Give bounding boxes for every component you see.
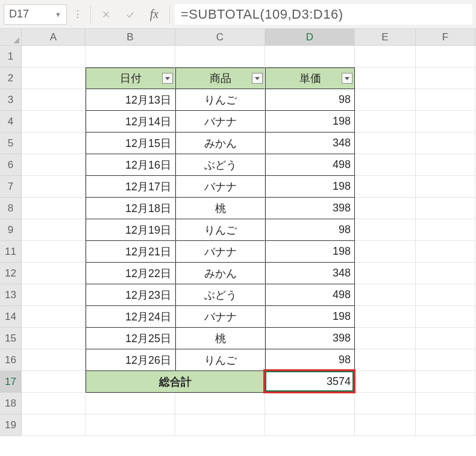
cell[interactable] — [86, 46, 175, 67]
col-header-a[interactable]: A — [22, 29, 86, 45]
row-header[interactable]: 14 — [0, 306, 22, 328]
name-box[interactable]: D17 ▼ — [4, 4, 67, 25]
table-cell-date[interactable]: 12月26日 — [86, 349, 175, 371]
table-cell-date[interactable]: 12月13日 — [86, 89, 175, 111]
cell[interactable] — [355, 241, 416, 263]
cell[interactable] — [416, 328, 475, 349]
cell[interactable] — [355, 393, 416, 414]
row-header[interactable]: 12 — [0, 263, 22, 284]
cell[interactable] — [22, 328, 86, 349]
cell[interactable] — [416, 306, 475, 328]
row-header[interactable]: 16 — [0, 349, 22, 371]
cell[interactable] — [22, 263, 86, 284]
cell[interactable] — [22, 89, 86, 111]
table-header-product[interactable]: 商品 — [175, 67, 265, 89]
cell[interactable] — [416, 371, 475, 393]
cell[interactable] — [175, 393, 265, 414]
table-cell-price[interactable]: 398 — [265, 328, 355, 349]
table-cell-date[interactable]: 12月22日 — [86, 263, 175, 284]
cell[interactable] — [22, 46, 86, 67]
cell[interactable] — [22, 67, 86, 89]
cell[interactable] — [355, 111, 416, 133]
table-header-price[interactable]: 単価 — [265, 67, 355, 89]
row-header[interactable]: 5 — [0, 133, 22, 154]
cell[interactable] — [416, 176, 475, 198]
table-cell-date[interactable]: 12月14日 — [86, 111, 175, 133]
row-header[interactable]: 2 — [0, 67, 22, 89]
table-cell-product[interactable]: ぶどう — [175, 284, 265, 306]
table-cell-price[interactable]: 198 — [265, 241, 355, 263]
fx-icon[interactable]: fx — [144, 4, 164, 25]
row-header[interactable]: 3 — [0, 89, 22, 111]
table-cell-product[interactable]: 桃 — [175, 198, 265, 219]
cell[interactable] — [416, 263, 475, 284]
cell[interactable] — [355, 176, 416, 198]
cell[interactable] — [22, 284, 86, 306]
row-header[interactable]: 18 — [0, 393, 22, 414]
cell[interactable] — [86, 393, 175, 414]
cell[interactable] — [416, 111, 475, 133]
resize-dots-icon[interactable]: ⋮ — [70, 8, 86, 20]
table-footer-total[interactable]: 3574 — [265, 371, 355, 393]
table-cell-price[interactable]: 198 — [265, 306, 355, 328]
table-cell-price[interactable]: 98 — [265, 349, 355, 371]
table-footer-label[interactable]: 総合計 — [86, 371, 265, 393]
filter-dropdown-icon[interactable] — [342, 73, 352, 84]
table-cell-date[interactable]: 12月24日 — [86, 306, 175, 328]
cell[interactable] — [22, 349, 86, 371]
cell[interactable] — [355, 263, 416, 284]
cell[interactable] — [355, 371, 416, 393]
cell[interactable] — [22, 414, 86, 436]
table-cell-date[interactable]: 12月25日 — [86, 328, 175, 349]
table-cell-price[interactable]: 348 — [265, 133, 355, 154]
cell[interactable] — [355, 198, 416, 219]
cell[interactable] — [22, 371, 86, 393]
row-header[interactable]: 19 — [0, 414, 22, 436]
row-header[interactable]: 6 — [0, 154, 22, 176]
cell[interactable] — [355, 284, 416, 306]
cell[interactable] — [416, 46, 475, 67]
formula-input[interactable]: =SUBTOTAL(109,D3:D16) — [175, 4, 472, 25]
cell[interactable] — [416, 89, 475, 111]
cell[interactable] — [22, 306, 86, 328]
table-cell-product[interactable]: バナナ — [175, 176, 265, 198]
table-cell-product[interactable]: みかん — [175, 133, 265, 154]
cell[interactable] — [22, 219, 86, 241]
cell[interactable] — [265, 414, 355, 436]
cell[interactable] — [355, 133, 416, 154]
table-cell-date[interactable]: 12月19日 — [86, 219, 175, 241]
filter-dropdown-icon[interactable] — [252, 73, 263, 84]
select-all-corner[interactable] — [0, 29, 22, 45]
table-cell-date[interactable]: 12月15日 — [86, 133, 175, 154]
cell[interactable] — [416, 219, 475, 241]
cell[interactable] — [416, 198, 475, 219]
table-cell-date[interactable]: 12月17日 — [86, 176, 175, 198]
table-cell-price[interactable]: 398 — [265, 198, 355, 219]
row-header[interactable]: 13 — [0, 284, 22, 306]
cell[interactable] — [355, 89, 416, 111]
table-cell-date[interactable]: 12月21日 — [86, 241, 175, 263]
cell[interactable] — [416, 393, 475, 414]
table-cell-product[interactable]: りんご — [175, 219, 265, 241]
cell[interactable] — [265, 46, 355, 67]
cancel-icon[interactable] — [96, 4, 116, 25]
row-header[interactable]: 11 — [0, 241, 22, 263]
table-cell-date[interactable]: 12月16日 — [86, 154, 175, 176]
chevron-down-icon[interactable]: ▼ — [55, 11, 61, 18]
row-header[interactable]: 1 — [0, 46, 22, 67]
cell[interactable] — [22, 241, 86, 263]
cell[interactable] — [22, 111, 86, 133]
cell[interactable] — [86, 414, 175, 436]
table-cell-product[interactable]: りんご — [175, 89, 265, 111]
cell[interactable] — [22, 154, 86, 176]
table-cell-product[interactable]: バナナ — [175, 306, 265, 328]
cell[interactable] — [355, 414, 416, 436]
cell[interactable] — [22, 393, 86, 414]
col-header-c[interactable]: C — [175, 29, 265, 45]
table-cell-price[interactable]: 198 — [265, 111, 355, 133]
table-cell-price[interactable]: 348 — [265, 263, 355, 284]
row-header[interactable]: 17 — [0, 371, 22, 393]
cell[interactable] — [355, 219, 416, 241]
table-cell-product[interactable]: みかん — [175, 263, 265, 284]
table-cell-product[interactable]: 桃 — [175, 328, 265, 349]
